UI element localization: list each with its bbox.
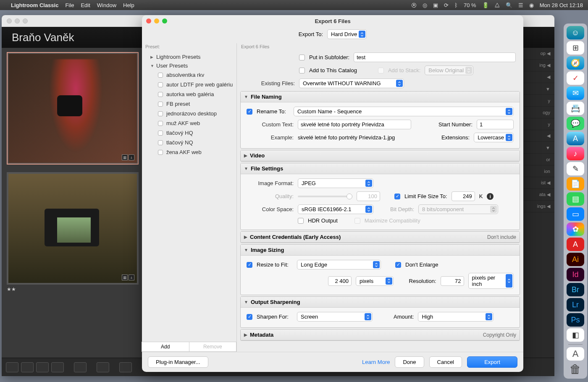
dock-launchpad-icon[interactable]: ⊞: [567, 41, 584, 55]
dock-numbers-icon[interactable]: ▤: [567, 192, 584, 206]
preset-list[interactable]: ▶Lightroom Presets ▼User Presets absolve…: [142, 51, 236, 342]
limit-filesize-checkbox[interactable]: ✓: [394, 194, 400, 199]
add-catalog-checkbox[interactable]: [299, 68, 305, 73]
checkbox[interactable]: [158, 73, 163, 78]
dock-notes-icon[interactable]: ✎: [567, 162, 584, 175]
toolbar-compare-icon[interactable]: [36, 362, 49, 372]
panel-row[interactable]: y: [522, 118, 554, 130]
resolution-input[interactable]: [441, 276, 464, 286]
battery-icon[interactable]: 🔋: [482, 2, 489, 8]
preset-item[interactable]: tlačový HQ: [142, 128, 236, 138]
done-button[interactable]: Done: [395, 356, 424, 368]
toolbar-sort-icon[interactable]: [119, 362, 132, 372]
preset-item[interactable]: žena AKF web: [142, 147, 236, 157]
app-name[interactable]: Lightroom Classic: [11, 2, 58, 8]
spotlight-icon[interactable]: 🔍: [506, 2, 512, 8]
panel-row[interactable]: ogy: [522, 107, 554, 118]
dock-mail-icon[interactable]: ✉: [567, 86, 584, 100]
bluetooth-icon[interactable]: ᛒ: [454, 2, 458, 8]
panel-row[interactable]: ◀: [522, 71, 554, 83]
dock-todo-icon[interactable]: ✓: [567, 71, 584, 85]
sharpen-for-select[interactable]: Screen: [297, 312, 373, 322]
dock-indesign-icon[interactable]: Id: [567, 268, 584, 281]
custom-text-input[interactable]: [298, 120, 411, 129]
panel-row[interactable]: ion: [522, 165, 554, 177]
rename-checkbox[interactable]: ✓: [247, 109, 252, 115]
dock-bridge-icon[interactable]: Br: [567, 283, 584, 296]
dimension-input[interactable]: [328, 276, 352, 286]
resize-mode-select[interactable]: Long Edge: [297, 260, 381, 269]
dock-finder-icon[interactable]: ☺: [567, 26, 584, 39]
siri-icon[interactable]: ◉: [529, 2, 534, 8]
subfolder-input[interactable]: [354, 52, 516, 62]
toolbar-survey-icon[interactable]: [51, 362, 64, 372]
section-header[interactable]: ▶MetadataCopyright Only: [241, 330, 520, 340]
grid-cell[interactable]: ▦± ★★: [7, 172, 139, 292]
dock-photoshop-icon[interactable]: Ps: [567, 313, 584, 327]
existing-files-select[interactable]: Overwrite WITHOUT WARNING: [299, 78, 404, 88]
panel-row[interactable]: ▼: [522, 142, 554, 154]
toolbar-loupe-icon[interactable]: [21, 362, 34, 372]
display-icon[interactable]: ▣: [433, 2, 438, 8]
badge-icon[interactable]: ▦: [122, 154, 128, 160]
dock-messages-icon[interactable]: 💬: [567, 117, 584, 130]
lr-traffic-close[interactable]: [7, 18, 12, 24]
format-select[interactable]: JPEG: [298, 178, 373, 188]
checkbox[interactable]: [158, 121, 163, 126]
preset-group-user[interactable]: ▼User Presets: [142, 61, 236, 70]
grid-cell-selected[interactable]: ▦±: [7, 52, 139, 165]
info-icon[interactable]: i: [487, 193, 494, 200]
panel-row[interactable]: ◀: [522, 130, 554, 142]
preset-item[interactable]: autor LDTF pre web galériu: [142, 80, 236, 89]
toolbar-spray-icon[interactable]: [97, 362, 109, 372]
sync-icon[interactable]: ◎: [423, 2, 427, 8]
preset-item[interactable]: autorka web galéria: [142, 89, 236, 99]
section-header[interactable]: ▶Content Credentials (Early Access)Don't…: [241, 232, 520, 243]
checkbox[interactable]: [158, 92, 163, 97]
hdr-checkbox[interactable]: [298, 218, 304, 224]
panel-row[interactable]: op ◀: [522, 48, 554, 60]
grid-view[interactable]: ▦± ▦± ★★: [2, 48, 144, 358]
control-center-icon[interactable]: ☰: [518, 2, 523, 8]
dock-acrobat-icon[interactable]: A: [567, 238, 584, 251]
dock-appstore-icon[interactable]: A: [567, 132, 584, 145]
checkbox[interactable]: [158, 140, 163, 145]
start-number-input[interactable]: [477, 120, 514, 129]
resolution-unit-select[interactable]: pixels per inch: [468, 273, 514, 289]
dock-capture-icon[interactable]: ◧: [567, 328, 584, 342]
learn-more-link[interactable]: Learn More: [362, 359, 390, 365]
limit-filesize-input[interactable]: [452, 191, 475, 201]
export-button[interactable]: Export: [467, 356, 517, 368]
battery-label[interactable]: 70 %: [464, 2, 476, 8]
checkbox[interactable]: [158, 150, 163, 155]
section-header[interactable]: ▼File Naming: [241, 92, 520, 102]
add-preset-button[interactable]: Add: [142, 342, 189, 352]
dock-safari-icon[interactable]: 🧭: [567, 56, 584, 70]
resize-checkbox[interactable]: ✓: [247, 262, 252, 268]
menubar-clock[interactable]: Mon 28 Oct 12:18: [540, 2, 583, 8]
toolbar-people-icon[interactable]: [74, 362, 87, 372]
lr-traffic-min[interactable]: [15, 18, 20, 24]
panel-row[interactable]: ings ◀: [522, 201, 554, 212]
menu-edit[interactable]: Edit: [81, 2, 90, 8]
dont-enlarge-checkbox[interactable]: ✓: [395, 262, 401, 268]
panel-row[interactable]: ist ◀: [522, 177, 554, 189]
panel-row[interactable]: or: [522, 154, 554, 165]
lr-traffic-max[interactable]: [23, 18, 28, 24]
malware-icon[interactable]: ⦿: [411, 2, 417, 8]
menu-help[interactable]: Help: [123, 2, 134, 8]
wifi-icon[interactable]: ⧋: [495, 2, 500, 8]
section-header[interactable]: ▼Image Sizing: [241, 245, 520, 256]
checkbox[interactable]: [158, 82, 163, 87]
rename-template-select[interactable]: Custom Name - Sequence: [294, 107, 514, 116]
dock-font-icon[interactable]: A: [567, 347, 584, 361]
checkbox[interactable]: [158, 111, 163, 116]
panel-row[interactable]: y: [522, 95, 554, 107]
panel-row[interactable]: ing ◀: [522, 60, 554, 71]
preset-group-lightroom[interactable]: ▶Lightroom Presets: [142, 52, 236, 61]
checkbox[interactable]: [158, 102, 163, 107]
cancel-button[interactable]: Cancel: [429, 356, 462, 368]
preset-item[interactable]: absolventka rkv: [142, 70, 236, 80]
subfolder-checkbox[interactable]: [299, 55, 305, 60]
preset-item[interactable]: jednorázovo desktop: [142, 109, 236, 118]
